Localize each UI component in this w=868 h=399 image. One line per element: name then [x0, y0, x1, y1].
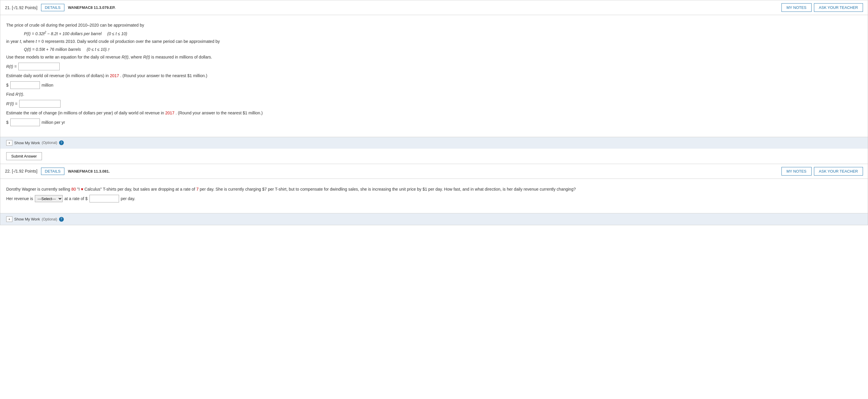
q21-rprime-label: R′(t) = — [6, 102, 18, 106]
q21-estimate1-row: $ million — [6, 81, 862, 89]
question-22-number: 22. [-/1.92 Points] — [5, 169, 37, 173]
q21-show-work-toggle[interactable]: ＋ — [6, 140, 12, 146]
q22-num: 22. — [5, 169, 11, 173]
question-21-number: 21. [-/1.92 Points] — [5, 5, 37, 10]
q22-show-work-toggle[interactable]: ＋ — [6, 216, 12, 222]
q22-num-80: 80 — [71, 187, 76, 192]
q21-formula-p: P(t) = 0.32t2 − 8.2t + 100 dollars per b… — [24, 31, 862, 36]
q22-ask-teacher-button[interactable]: ASK YOUR TEACHER — [814, 167, 863, 176]
q22-help-icon[interactable]: ? — [59, 217, 64, 222]
q21-estimate-text2: Estimate the rate of change (in millions… — [6, 110, 862, 116]
q21-estimate1-input[interactable] — [10, 81, 40, 89]
q21-dollar1-label: $ — [6, 83, 8, 87]
q22-show-work-label: Show My Work — [14, 217, 40, 221]
q21-estimate-text1: Estimate daily world oil revenue (in mil… — [6, 73, 862, 79]
q21-find-rprime-text: Find R′(t). — [6, 91, 862, 97]
q21-ask-teacher-button[interactable]: ASK YOUR TEACHER — [814, 3, 863, 12]
question-22-block: 22. [-/1.92 Points] DETAILS WANEFMAC8 11… — [0, 164, 868, 225]
q21-help-icon[interactable]: ? — [59, 140, 64, 145]
q21-million-per-yr-label: million per yr — [42, 120, 65, 125]
q21-my-notes-button[interactable]: MY NOTES — [781, 3, 812, 12]
q22-my-notes-button[interactable]: MY NOTES — [781, 167, 812, 176]
q21-million-label: million — [42, 83, 54, 87]
q21-header-actions: MY NOTES ASK YOUR TEACHER — [781, 3, 863, 12]
q21-year-text: in year t, where t = 0 represents 2010. … — [6, 38, 862, 45]
q22-revenue-row: Her revenue is ---Select--- increasing d… — [6, 195, 862, 202]
q22-id: WANEFMAC8 11.3.081. — [68, 169, 781, 173]
q22-optional-label: (Optional) — [42, 217, 57, 221]
q21-formula-q: Q(t) = 0.59t + 76 million barrels (0 ≤ t… — [24, 47, 862, 52]
q22-points: [-/1.92 Points] — [12, 169, 37, 173]
question-21-body: The price of crude oil during the period… — [0, 15, 868, 133]
q21-dollar2-label: $ — [6, 120, 8, 125]
q21-id: WANEFMAC8 11.3.079.EP. — [68, 5, 781, 10]
q21-points: [-/1.92 Points] — [12, 5, 37, 10]
q21-submit-button[interactable]: Submit Answer — [6, 152, 42, 160]
q21-rt-input[interactable] — [18, 63, 60, 70]
q21-rprime-row: R′(t) = — [6, 100, 862, 108]
question-22-header: 22. [-/1.92 Points] DETAILS WANEFMAC8 11… — [0, 164, 868, 179]
q22-per-day-label: per day. — [121, 196, 135, 201]
q22-header-actions: MY NOTES ASK YOUR TEACHER — [781, 167, 863, 176]
q21-submit-section: Submit Answer — [0, 149, 868, 164]
q22-at-rate-label: at a rate of $ — [64, 196, 88, 201]
q22-details-button[interactable]: DETAILS — [41, 168, 64, 175]
q21-rprime-input[interactable] — [19, 100, 61, 108]
q21-estimate2-input[interactable] — [10, 118, 40, 126]
question-22-body: Dorothy Wagner is currently selling 80 "… — [0, 179, 868, 209]
q21-intro-text: The price of crude oil during the period… — [6, 22, 862, 28]
q22-rate-input[interactable] — [90, 195, 119, 202]
q21-rt-label: R(t) = — [6, 64, 17, 69]
q22-num-7: 7 — [196, 187, 199, 192]
q22-select-direction[interactable]: ---Select--- increasing decreasing — [35, 195, 63, 202]
q22-main-text: Dorothy Wagner is currently selling 80 "… — [6, 186, 862, 192]
q21-rt-row: R(t) = — [6, 63, 862, 70]
q21-num: 21. — [5, 5, 11, 10]
question-21-block: 21. [-/1.92 Points] DETAILS WANEFMAC8 11… — [0, 0, 868, 164]
q22-heart-icon: ♥ — [81, 187, 83, 192]
q21-estimate2-row: $ million per yr — [6, 118, 862, 126]
q22-show-work-section: ＋ Show My Work (Optional) ? — [0, 213, 868, 225]
q22-revenue-label: Her revenue is — [6, 196, 33, 201]
q21-details-button[interactable]: DETAILS — [41, 4, 64, 11]
question-21-header: 21. [-/1.92 Points] DETAILS WANEFMAC8 11… — [0, 0, 868, 15]
q21-use-models-text: Use these models to write an equation fo… — [6, 54, 862, 60]
q21-optional-label: (Optional) — [42, 141, 57, 145]
q21-show-work-label: Show My Work — [14, 141, 40, 145]
q21-show-work-section: ＋ Show My Work (Optional) ? — [0, 137, 868, 149]
